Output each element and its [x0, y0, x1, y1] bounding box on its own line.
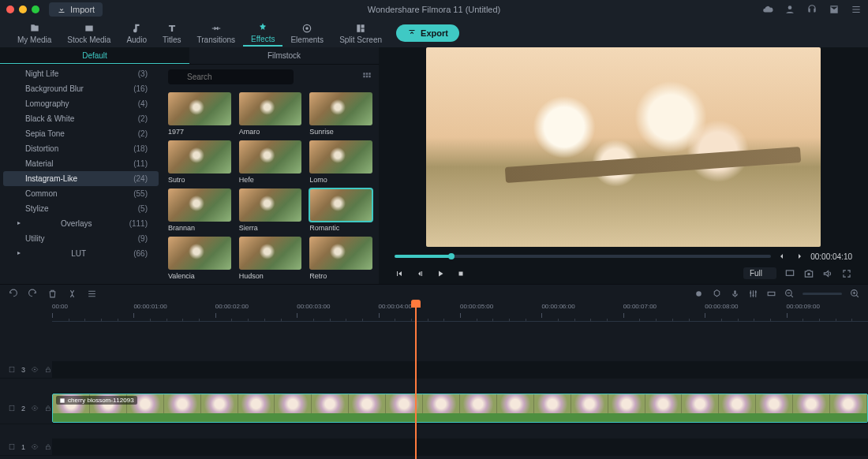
film-icon [8, 365, 16, 374]
prev-button[interactable] [395, 269, 404, 278]
render-icon[interactable] [766, 289, 776, 299]
snapshot-icon[interactable] [803, 268, 814, 279]
effect-brannan[interactable]: Brannan [168, 188, 231, 232]
mic-icon[interactable] [730, 289, 740, 299]
grid-view-icon[interactable] [361, 71, 372, 84]
mail-icon[interactable] [829, 4, 840, 15]
cloud-icon[interactable] [762, 4, 773, 15]
stop-button[interactable] [456, 269, 466, 278]
lock-icon[interactable] [44, 442, 52, 451]
timeline-ruler[interactable]: 00:0000:00:01:0000:00:02:0000:00:03:0000… [0, 303, 868, 322]
tab-my-media[interactable]: My Media [9, 21, 59, 46]
quality-select[interactable]: Full [743, 267, 776, 279]
zoom-out-icon[interactable] [784, 289, 795, 299]
seek-bar[interactable] [395, 255, 771, 258]
fullscreen-icon[interactable] [841, 268, 852, 279]
export-button[interactable]: Export [396, 24, 459, 42]
mixer-icon[interactable] [748, 289, 758, 299]
minimize-window-button[interactable] [19, 6, 27, 13]
ruler-tick: 00:00:02:00 [215, 303, 249, 310]
timeline[interactable]: 00:0000:00:01:0000:00:02:0000:00:03:0000… [0, 303, 868, 459]
account-icon[interactable] [784, 4, 795, 15]
lock-icon[interactable] [44, 365, 52, 374]
tab-stock-media[interactable]: Stock Media [59, 21, 118, 46]
category-utility[interactable]: Utility(9) [3, 231, 159, 246]
category-distortion[interactable]: Distortion(18) [3, 141, 159, 156]
export-icon [407, 28, 417, 38]
tab-transitions[interactable]: Transitions [189, 21, 244, 46]
marker-icon[interactable] [712, 289, 722, 299]
eye-icon[interactable] [31, 365, 39, 374]
step-back-button[interactable] [415, 269, 425, 278]
effect-sunrise[interactable]: Sunrise [309, 92, 372, 136]
effect-hudson[interactable]: Hudson [239, 237, 302, 280]
ruler-tick: 00:00:01:00 [133, 303, 166, 310]
window-controls [6, 6, 39, 13]
eye-icon[interactable] [31, 442, 39, 451]
category-stylize[interactable]: Stylize(5) [3, 201, 159, 216]
effect-romantic[interactable]: Romantic [309, 188, 372, 232]
category-instagram-like[interactable]: Instagram-Like(24) [3, 171, 159, 186]
effect-sutro[interactable]: Sutro [168, 140, 231, 184]
category-black-&-white[interactable]: Black & White(2) [3, 111, 159, 126]
video-clip[interactable]: cherry blossom-112093 [52, 394, 868, 423]
effect-valencia[interactable]: Valencia [168, 237, 231, 280]
split-icon[interactable] [67, 289, 77, 299]
sub-tab-filmstock[interactable]: Filmstock [189, 47, 379, 64]
headset-icon[interactable] [806, 4, 817, 15]
effects-grid[interactable]: 1977AmaroSunriseSutroHefeLomoBrannanSier… [162, 89, 379, 284]
eye-icon[interactable] [31, 404, 39, 412]
zoom-slider[interactable] [803, 293, 842, 295]
lock-icon[interactable] [44, 404, 52, 412]
effect-lomo[interactable]: Lomo [309, 140, 372, 184]
tab-split-screen[interactable]: Split Screen [331, 21, 390, 46]
tab-effects[interactable]: Effects [243, 21, 282, 47]
zoom-in-icon[interactable] [850, 289, 860, 299]
playhead[interactable] [415, 303, 417, 459]
effect-amaro[interactable]: Amaro [239, 92, 302, 136]
tab-titles[interactable]: Titles [155, 21, 189, 46]
category-lut[interactable]: LUT(66) [3, 246, 159, 261]
effect-1977[interactable]: 1977 [168, 92, 231, 136]
preview-video[interactable] [426, 47, 821, 247]
category-lomography[interactable]: Lomography(4) [3, 96, 159, 111]
category-list[interactable]: Night Life(3)Background Blur(16)Lomograp… [0, 65, 162, 284]
category-overlays[interactable]: Overlays(111) [3, 216, 159, 231]
svg-point-22 [34, 446, 36, 448]
ruler-tick: 00:00:06:00 [541, 303, 574, 310]
tab-audio[interactable]: Audio [118, 21, 155, 46]
delete-icon[interactable] [47, 289, 58, 299]
sub-tab-default[interactable]: Default [0, 47, 189, 64]
category-material[interactable]: Material(11) [3, 156, 159, 171]
volume-icon[interactable] [822, 268, 833, 279]
svg-rect-14 [9, 367, 14, 372]
play-button[interactable] [436, 269, 445, 278]
category-common[interactable]: Common(55) [3, 186, 159, 201]
category-background-blur[interactable]: Background Blur(16) [3, 81, 159, 96]
category-sepia-tone[interactable]: Sepia Tone(2) [3, 126, 159, 141]
effects-sub-tabs: Default Filmstock [0, 47, 379, 65]
prev-frame-icon[interactable] [777, 252, 787, 261]
category-night-life[interactable]: Night Life(3) [3, 66, 159, 81]
seek-handle[interactable] [448, 253, 455, 259]
track-1[interactable]: 1 [0, 438, 868, 456]
tab-elements[interactable]: Elements [282, 21, 331, 46]
track-2[interactable]: 2 cherry blossom-112093 [0, 393, 868, 424]
record-icon[interactable] [694, 289, 704, 299]
redo-icon[interactable] [28, 289, 38, 299]
close-window-button[interactable] [6, 6, 14, 13]
timecode: 00:00:04:10 [810, 252, 852, 261]
effect-sierra[interactable]: Sierra [239, 188, 302, 232]
display-icon[interactable] [784, 268, 795, 279]
list-icon[interactable] [87, 289, 97, 299]
import-icon [57, 5, 66, 14]
effect-hefe[interactable]: Hefe [239, 140, 302, 184]
maximize-window-button[interactable] [32, 6, 39, 13]
search-input[interactable] [168, 69, 294, 84]
effect-retro[interactable]: Retro [309, 237, 372, 280]
undo-icon[interactable] [8, 289, 18, 299]
next-frame-icon[interactable] [795, 252, 804, 261]
track-3[interactable]: 3 [0, 361, 868, 379]
import-button[interactable]: Import [49, 2, 103, 17]
menu-icon[interactable] [851, 4, 862, 15]
